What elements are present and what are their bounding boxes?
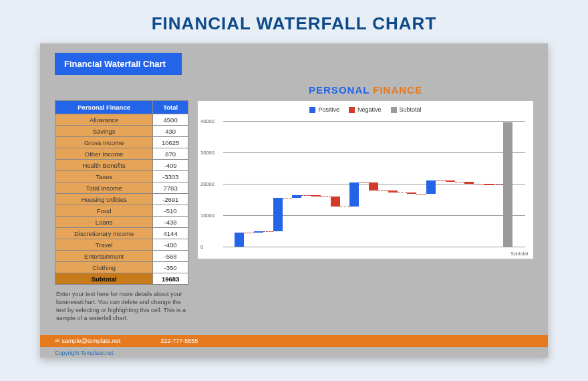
cell-value: 4144 [153, 228, 188, 239]
table-row: Travel-400 [55, 239, 188, 251]
cell-label: Allowance [55, 114, 153, 126]
table-row: Gross Income10625 [55, 137, 188, 148]
cell-label: Clothing [55, 262, 153, 273]
table-row: Clothing-350 [55, 262, 188, 273]
chart-badge: Financial Waterfall Chart [55, 53, 182, 75]
sheet-card: Financial Waterfall Chart Personal Finan… [40, 43, 548, 358]
cell-label: Taxes [55, 171, 153, 182]
table-row: Total Income7783 [55, 182, 188, 194]
cell-value: -350 [153, 262, 188, 273]
table-row-subtotal: Subtotal19683 [55, 273, 188, 285]
cell-value: -409 [153, 160, 188, 171]
bar-pos [292, 195, 301, 198]
cell-label: Health Benefits [55, 160, 153, 171]
table-row: Taxes-3303 [55, 171, 188, 182]
bar-neg [484, 184, 493, 185]
th-total: Total [153, 101, 188, 114]
connector-line [301, 195, 311, 196]
gridline [223, 215, 525, 216]
connector-line [455, 182, 465, 182]
y-tick-label: 20000 [200, 181, 214, 187]
cell-label: Savings [55, 126, 153, 137]
cell-value: -400 [153, 239, 188, 251]
y-tick-label: 0 [200, 244, 203, 250]
th-label: Personal Finance [55, 101, 153, 114]
cell-label: Subtotal [55, 273, 153, 285]
footer-phone: 222-777-5555 [160, 338, 198, 344]
connector-line [416, 194, 426, 195]
cell-value: -3303 [153, 171, 188, 182]
table-row: Health Benefits-409 [55, 160, 188, 171]
connector-line [378, 190, 388, 191]
cell-label: Housing Utilities [55, 194, 153, 205]
connector-line [283, 198, 293, 199]
connector-line [359, 182, 369, 183]
bar-neg [464, 182, 474, 184]
cell-label: Total Income [55, 182, 153, 194]
cell-value: -568 [153, 251, 188, 262]
table-row: Allowance4500 [55, 114, 188, 126]
cell-value: -2691 [153, 194, 188, 205]
copyright: Copyright Template.net [55, 350, 113, 356]
connector-line [436, 180, 446, 181]
bar-neg [311, 195, 321, 197]
connector-line [244, 233, 254, 233]
bar-neg [388, 190, 398, 192]
connector-line [474, 184, 484, 184]
bar-pos [349, 182, 359, 207]
chart-legend: Positive Negative Subtotal [198, 101, 533, 116]
bar-neg [369, 182, 378, 191]
chart-title-personal: PERSONAL [309, 84, 370, 96]
y-tick-label: 10000 [200, 213, 214, 219]
plot-area: Subtotal 010000200003000040000 [223, 121, 525, 247]
bar-neg [407, 193, 416, 194]
connector-line [321, 197, 331, 197]
cell-label: Food [55, 205, 153, 217]
cell-value: 10625 [153, 137, 188, 148]
table-row: Other Income870 [55, 148, 188, 160]
page-title: FINANCIAL WATERFALL CHART [40, 13, 548, 34]
legend-subtotal: Subtotal [391, 106, 422, 113]
bar-neg [446, 180, 455, 182]
connector-line [263, 231, 273, 232]
y-tick-label: 30000 [200, 150, 214, 156]
xlabel-subtotal: Subtotal [510, 251, 528, 256]
cell-value: -510 [153, 205, 188, 217]
connector-line [340, 207, 350, 207]
bar-pos [273, 198, 283, 231]
bar-pos [235, 233, 244, 247]
gridline [223, 152, 525, 153]
cell-label: Entertainment [55, 251, 153, 262]
cell-label: Discretionary Income [55, 228, 153, 239]
cell-label: Other Income [55, 148, 153, 160]
note-text: Enter your text here for more details ab… [55, 290, 188, 323]
gridline [223, 247, 525, 247]
waterfall-chart: Positive Negative Subtotal Subtotal 0100… [198, 101, 533, 259]
table-row: Housing Utilities-2691 [55, 194, 188, 205]
footer-bar: ✉ sample@template.net 222-777-5555 [40, 335, 548, 347]
data-table: Personal Finance Total Allowance4500Savi… [55, 100, 188, 285]
cell-value: -438 [153, 217, 188, 228]
cell-label: Gross Income [55, 137, 153, 148]
legend-positive: Positive [309, 106, 339, 113]
bar-sub [503, 122, 512, 247]
bar-neg [331, 197, 340, 207]
connector-line [493, 184, 503, 185]
bar-pos [254, 231, 263, 233]
gridline [223, 121, 525, 122]
cell-value: 870 [153, 148, 188, 160]
cell-label: Travel [55, 239, 153, 251]
cell-label: Loans [55, 217, 153, 228]
table-row: Loans-438 [55, 217, 188, 228]
chart-title-finance: FINANCE [373, 84, 422, 96]
cell-value: 7783 [153, 182, 188, 194]
connector-line [398, 193, 408, 193]
table-row: Food-510 [55, 205, 188, 217]
bar-pos [426, 180, 436, 193]
legend-negative: Negative [349, 106, 382, 113]
table-row: Discretionary Income4144 [55, 228, 188, 239]
cell-value: 4500 [153, 114, 188, 126]
chart-title: PERSONAL FINANCE [198, 84, 533, 96]
cell-value: 430 [153, 126, 188, 137]
cell-value: 19683 [153, 273, 188, 285]
